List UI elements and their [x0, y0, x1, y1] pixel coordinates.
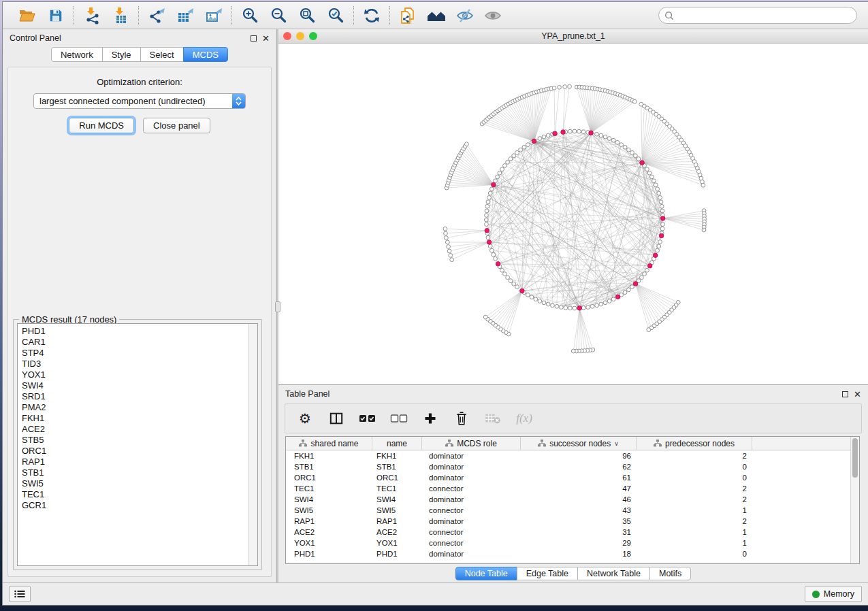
network-hub-node[interactable] [633, 282, 638, 286]
network-node[interactable] [657, 191, 661, 195]
network-node[interactable] [500, 167, 504, 171]
network-node[interactable] [660, 227, 664, 231]
deselect-all-button[interactable] [390, 410, 408, 427]
network-node[interactable] [506, 160, 510, 164]
network-node[interactable] [447, 245, 451, 249]
network-node[interactable] [643, 272, 647, 276]
open-session-button[interactable] [18, 6, 37, 25]
mcds-result-item[interactable]: SRD1 [22, 391, 248, 402]
network-node[interactable] [607, 137, 611, 141]
network-node[interactable] [590, 304, 594, 308]
table-row-PHD1[interactable]: PHD1PHD1dominator180 [286, 548, 850, 559]
mcds-result-item[interactable]: GCR1 [22, 500, 248, 511]
tab-select[interactable]: Select [140, 47, 184, 62]
table-row-SWI4[interactable]: SWI4SWI4dominator462 [286, 494, 850, 505]
network-hub-node[interactable] [553, 131, 558, 136]
network-node[interactable] [530, 295, 534, 299]
export-image-button[interactable] [204, 6, 223, 25]
network-node[interactable] [577, 129, 581, 133]
network-node[interactable] [647, 328, 651, 332]
scrollbar-thumb[interactable] [852, 438, 858, 478]
status-menu-button[interactable] [9, 586, 31, 602]
tab-network[interactable]: Network [51, 47, 103, 62]
table-row-YOX1[interactable]: YOX1YOX1connector291 [286, 538, 850, 548]
network-node[interactable] [645, 268, 649, 272]
network-node[interactable] [599, 133, 603, 137]
network-node[interactable] [538, 137, 542, 141]
network-node[interactable] [445, 240, 449, 244]
network-node[interactable] [661, 222, 665, 227]
network-node[interactable] [640, 276, 644, 280]
network-node[interactable] [659, 200, 663, 204]
network-hub-node[interactable] [492, 182, 496, 187]
network-node[interactable] [568, 84, 572, 88]
network-node[interactable] [488, 191, 492, 195]
table-row-SWI5[interactable]: SWI5SWI5connector431 [286, 505, 850, 516]
mcds-result-item[interactable]: ORC1 [22, 446, 248, 457]
network-node[interactable] [534, 297, 538, 301]
network-node[interactable] [586, 306, 590, 310]
mcds-result-item[interactable]: PHD1 [22, 326, 248, 337]
mcds-result-item[interactable]: STP4 [22, 348, 248, 359]
network-hub-node[interactable] [660, 216, 665, 221]
mcds-result-item[interactable]: STB1 [22, 467, 248, 478]
network-hub-node[interactable] [659, 233, 664, 238]
network-hub-node[interactable] [496, 262, 500, 267]
network-hub-node[interactable] [577, 306, 582, 310]
table-row-FKH1[interactable]: FKH1FKH1dominator962 [286, 450, 850, 461]
table-tab-motifs[interactable]: Motifs [649, 567, 691, 580]
network-node[interactable] [633, 154, 637, 158]
network-hub-node[interactable] [640, 161, 645, 165]
zoom-selected-button[interactable] [326, 6, 345, 25]
network-node[interactable] [503, 164, 507, 168]
vertical-splitter[interactable] [276, 29, 278, 582]
tab-mcds[interactable]: MCDS [183, 47, 228, 62]
table-tab-network-table[interactable]: Network Table [577, 567, 650, 580]
network-node[interactable] [555, 304, 559, 308]
network-node[interactable] [494, 179, 498, 183]
network-node[interactable] [485, 222, 489, 227]
network-node[interactable] [444, 236, 448, 240]
network-node[interactable] [623, 145, 627, 149]
mcds-list-scrollbar[interactable] [248, 324, 257, 565]
first-neighbors-button[interactable] [427, 6, 446, 25]
network-node[interactable] [500, 268, 504, 272]
mcds-result-item[interactable]: PMA2 [22, 402, 248, 413]
network-node[interactable] [486, 200, 490, 204]
show-columns-button[interactable] [327, 410, 345, 427]
import-table-button[interactable] [111, 6, 130, 25]
network-node[interactable] [654, 183, 658, 187]
network-node[interactable] [483, 315, 487, 319]
network-node[interactable] [546, 133, 550, 137]
select-all-button[interactable] [359, 410, 376, 427]
table-tab-edge-table[interactable]: Edge Table [517, 567, 578, 580]
column-header-MCDS-role[interactable]: MCDS role [422, 437, 521, 450]
network-node[interactable] [489, 187, 494, 191]
network-node[interactable] [492, 252, 496, 257]
network-node[interactable] [657, 244, 661, 248]
network-node[interactable] [656, 248, 660, 252]
network-node[interactable] [503, 272, 507, 276]
network-node[interactable] [512, 282, 516, 286]
table-row-RAP1[interactable]: RAP1RAP1dominator352 [286, 516, 850, 527]
float-table-panel-icon[interactable] [842, 391, 848, 397]
network-node[interactable] [563, 85, 567, 89]
network-node[interactable] [660, 209, 664, 213]
network-node[interactable] [620, 143, 624, 147]
minimize-window-button[interactable] [296, 32, 304, 40]
network-node[interactable] [626, 288, 630, 292]
network-node[interactable] [564, 306, 568, 310]
network-node[interactable] [526, 293, 530, 297]
run-mcds-button[interactable]: Run MCDS [69, 118, 134, 133]
mcds-result-item[interactable]: FKH1 [22, 413, 248, 424]
network-node[interactable] [607, 299, 611, 303]
column-header-name[interactable]: name [372, 437, 422, 450]
network-hub-node[interactable] [561, 130, 566, 135]
network-node[interactable] [650, 175, 654, 179]
network-node[interactable] [611, 138, 615, 142]
network-node[interactable] [509, 279, 513, 283]
network-hub-node[interactable] [653, 253, 658, 258]
zoom-in-button[interactable] [240, 6, 259, 25]
search-input[interactable] [677, 11, 851, 20]
mcds-result-item[interactable]: CAR1 [22, 337, 248, 348]
